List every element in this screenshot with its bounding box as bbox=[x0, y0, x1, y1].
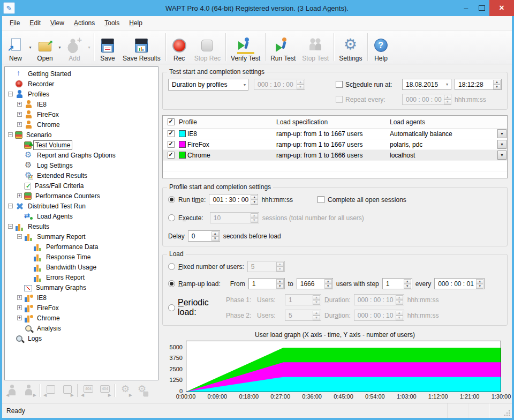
execute-radio[interactable] bbox=[168, 214, 175, 221]
tree-item-ie8[interactable]: +IE8 bbox=[5, 99, 158, 109]
tree-item-log-settings[interactable]: Log Settings bbox=[5, 160, 158, 170]
column-header-load-agents[interactable]: Load agents bbox=[390, 118, 507, 126]
toolbar-new-dropdown[interactable]: ▾ bbox=[27, 31, 33, 64]
tree-item-load-agents[interactable]: Load Agents bbox=[5, 211, 158, 221]
delay-field[interactable]: 0 ▲▼ bbox=[188, 230, 220, 242]
minimize-button[interactable]: – bbox=[458, 0, 474, 16]
agents-dropdown-button[interactable]: ▼ bbox=[497, 140, 507, 149]
ramp-step-field[interactable]: 1 ▲▼ bbox=[382, 278, 412, 289]
column-header-load-specification[interactable]: Load specification bbox=[276, 118, 390, 126]
profile-checkbox[interactable] bbox=[168, 130, 175, 137]
tree-item-errors-report[interactable]: Errors Report bbox=[5, 272, 158, 282]
menu-actions[interactable]: Actions bbox=[70, 18, 99, 28]
toolbar-verify-test-button[interactable]: Verify Test bbox=[228, 31, 263, 64]
duration-mode-select[interactable]: Duration by profiles ▾ bbox=[168, 79, 248, 91]
tree-item-label: Extended Results bbox=[35, 171, 89, 181]
select-all-checkbox[interactable] bbox=[168, 118, 175, 125]
ramp-from-field[interactable]: 1 ▲▼ bbox=[248, 278, 285, 289]
tree-item-summary-graphs[interactable]: Summary Graphs bbox=[5, 282, 158, 292]
tree-item-ie8[interactable]: +IE8 bbox=[5, 292, 158, 303]
run-time-radio[interactable] bbox=[168, 196, 175, 203]
schedule-date-field[interactable]: 18.08.2015 ▾ bbox=[402, 79, 451, 90]
toolbar-new-button[interactable]: New bbox=[4, 31, 27, 64]
spinner[interactable]: ▲▼ bbox=[493, 80, 501, 89]
tree-item-scenario[interactable]: −Scenario bbox=[5, 130, 158, 140]
spinner[interactable]: ▲▼ bbox=[404, 279, 411, 289]
plus-expander-icon[interactable]: + bbox=[17, 305, 22, 310]
schedule-time-field[interactable]: 18:12:28 ▲▼ bbox=[455, 79, 502, 90]
complete-sessions-checkbox[interactable] bbox=[318, 196, 324, 203]
minus-expander-icon[interactable]: − bbox=[17, 234, 22, 239]
tree-item-performance-data[interactable]: Performance Data bbox=[5, 242, 158, 252]
minus-expander-icon[interactable]: − bbox=[8, 204, 13, 208]
profile-row-chrome[interactable]: Chromeramp-up: from 1 to 1666 userslocal… bbox=[163, 150, 507, 161]
agents-dropdown-button[interactable]: ▼ bbox=[497, 151, 507, 160]
tree-item-test-volume[interactable]: Test Volume bbox=[5, 140, 158, 150]
plus-expander-icon[interactable]: + bbox=[17, 122, 22, 127]
spinner[interactable]: ▲▼ bbox=[211, 231, 219, 241]
menu-view[interactable]: View bbox=[46, 18, 69, 28]
toolbar-save-results-button[interactable]: Save Results bbox=[119, 31, 164, 64]
toolbar-open-dropdown[interactable]: ▾ bbox=[57, 31, 63, 64]
toolbar-save-button[interactable]: Save bbox=[96, 31, 119, 64]
profile-row-firefox[interactable]: FireFoxramp-up: from 1 to 1667 userspola… bbox=[163, 139, 507, 150]
minus-expander-icon[interactable]: − bbox=[8, 132, 13, 137]
menu-tools[interactable]: Tools bbox=[100, 18, 124, 28]
tree-item-chrome[interactable]: +Chrome bbox=[5, 119, 158, 130]
profile-checkbox[interactable] bbox=[168, 152, 175, 159]
toolbar-help-button[interactable]: Help bbox=[369, 31, 393, 64]
tree-item-bandwidth-usage[interactable]: Bandwidth Usage bbox=[5, 262, 158, 272]
spinner[interactable]: ▲▼ bbox=[324, 279, 332, 289]
minus-expander-icon[interactable]: − bbox=[8, 224, 13, 229]
tree-item-pass-fail-criteria[interactable]: Pass/Fail Criteria bbox=[5, 181, 158, 191]
menu-edit[interactable]: Edit bbox=[25, 18, 45, 28]
tree-item-response-time[interactable]: Response Time bbox=[5, 252, 158, 262]
ramp-up-radio[interactable] bbox=[168, 280, 175, 287]
column-header-profile[interactable]: Profile bbox=[179, 118, 276, 126]
tree-item-getting-started[interactable]: Getting Started bbox=[5, 69, 158, 79]
chevron-down-icon[interactable]: ▾ bbox=[446, 82, 448, 87]
plus-expander-icon[interactable]: + bbox=[17, 193, 22, 198]
tree-item-extended-results[interactable]: Extended Results bbox=[5, 170, 158, 181]
tree-item-profiles[interactable]: −Profiles bbox=[5, 89, 158, 99]
run-time-field[interactable]: 001 : 30 : 00 ▲▼ bbox=[209, 194, 258, 205]
close-button[interactable]: × bbox=[489, 0, 514, 16]
agents-dropdown-button[interactable]: ▼ bbox=[497, 129, 507, 138]
schedule-checkbox[interactable] bbox=[336, 81, 343, 88]
toolbar-run-test-button[interactable]: Run Test bbox=[267, 31, 299, 64]
tree-item-firefox[interactable]: +FireFox bbox=[5, 303, 158, 313]
stop-test-icon bbox=[307, 37, 324, 54]
plus-expander-icon[interactable]: + bbox=[17, 316, 22, 320]
tree-item-results[interactable]: −Results bbox=[5, 221, 158, 231]
tree-item-logs[interactable]: Logs bbox=[5, 333, 158, 343]
tree-item-firefox[interactable]: +FireFox bbox=[5, 109, 158, 119]
fixed-users-radio[interactable] bbox=[168, 263, 175, 270]
tree-item-performance-counters[interactable]: +Performance Counters bbox=[5, 191, 158, 201]
tree-item-distributed-test-run[interactable]: −Distributed Test Run bbox=[5, 201, 158, 211]
ramp-every-field[interactable]: 000 : 00 : 01 ▲▼ bbox=[434, 278, 485, 289]
periodic-load-radio[interactable] bbox=[168, 304, 175, 311]
toolbar-rec-button[interactable]: Rec bbox=[168, 31, 191, 64]
plus-expander-icon[interactable]: + bbox=[17, 295, 22, 300]
minus-expander-icon[interactable]: − bbox=[8, 92, 13, 96]
tree-item-summary-report[interactable]: −Summary Report bbox=[5, 231, 158, 242]
profile-checkbox[interactable] bbox=[168, 141, 175, 148]
tree-item-analysis[interactable]: Analysis bbox=[5, 323, 158, 333]
tree-item-recorder[interactable]: Recorder bbox=[5, 79, 158, 89]
spinner[interactable]: ▲▼ bbox=[476, 279, 483, 289]
resize-grip[interactable] bbox=[503, 409, 510, 416]
menu-file[interactable]: File bbox=[5, 18, 24, 28]
tree-item-report-and-graphs-options[interactable]: Report and Graphs Options bbox=[5, 150, 158, 160]
toolbar-settings-button[interactable]: Settings bbox=[336, 31, 365, 64]
spinner[interactable]: ▲▼ bbox=[276, 279, 284, 289]
spinner[interactable]: ▲▼ bbox=[251, 195, 258, 205]
plus-expander-icon[interactable]: + bbox=[17, 112, 22, 117]
tree-item-chrome[interactable]: +Chrome bbox=[5, 313, 158, 323]
menu-help[interactable]: Help bbox=[125, 18, 147, 28]
plus-expander-icon[interactable]: + bbox=[17, 102, 22, 107]
person-orange-icon bbox=[24, 121, 33, 129]
ramp-to-field[interactable]: 1666 ▲▼ bbox=[297, 278, 333, 289]
profile-row-ie8[interactable]: IE8ramp-up: from 1 to 1667 usersAutomati… bbox=[163, 129, 507, 139]
maximize-button[interactable] bbox=[474, 0, 489, 16]
toolbar-open-button[interactable]: Open bbox=[33, 31, 57, 64]
